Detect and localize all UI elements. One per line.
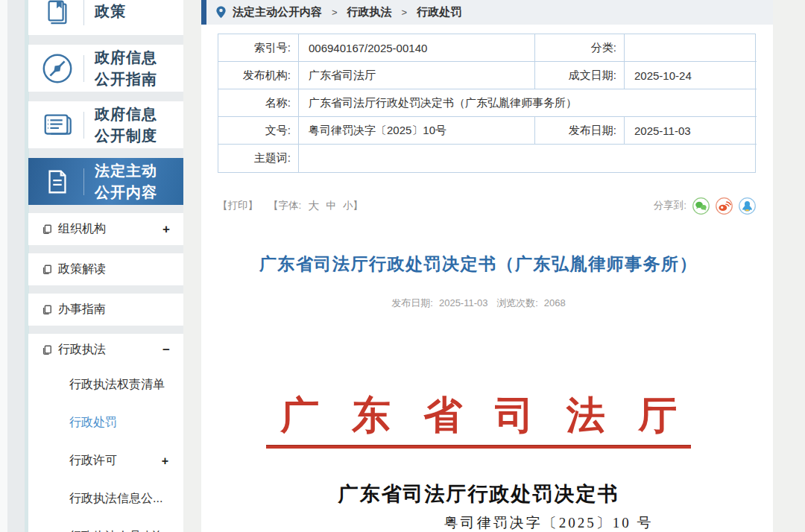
expand-plus-icon[interactable]: + [162,222,170,237]
sidebar-item-label: 法定主动 公开内容 [95,160,157,203]
written-date-label: 成文日期: [535,62,625,89]
sidebar-item-gov-info-guide[interactable]: 政府信息 公开指南 [28,45,183,92]
sidebar-item-label: 政策 [95,1,126,22]
book-bookmark-icon [36,0,79,26]
name-label: 名称: [218,89,299,117]
notebook-icon [36,110,79,141]
divider [83,55,84,82]
views-label: 浏览次数: [496,297,538,308]
weibo-share-icon[interactable] [716,197,733,215]
font-medium-button[interactable]: 中 [326,199,336,212]
sidebar-item-legal-disclosure[interactable]: 法定主动 公开内容 [28,158,183,205]
menu-item-label: 政策解读 [58,262,106,277]
page-left-gutter [0,0,7,532]
location-pin-icon [216,6,226,19]
article-title: 广东省司法厅行政处罚决定书（广东弘胤律师事务所） [201,253,756,276]
sidebar: 政策 政府信息 公开指南 [7,0,183,532]
name-value: 广东省司法厅行政处罚决定书（广东弘胤律师事务所） [299,89,757,117]
sidebar-item-label: 政府信息 公开制度 [95,104,157,147]
sidebar-item-enforcement-info[interactable]: 行政执法信息公... [28,480,183,518]
sidebar-item-admin-penalty[interactable]: 行政处罚 [28,404,183,442]
sidebar-item-personnel-query[interactable]: 行政执法人员查询 [28,518,183,532]
doc-no-label: 文号: [218,117,299,145]
document-letterhead: 广东省司法厅 [201,390,756,442]
font-large-button[interactable]: 大 [308,199,319,213]
sidebar-item-policy-interpretation[interactable]: 政策解读 [28,253,183,285]
breadcrumb-separator: > [332,7,338,18]
sidebar-item-law-enforcement[interactable]: 行政执法 − [28,334,183,366]
category-value [625,34,757,62]
publish-date-value: 2025-11-03 [625,117,757,145]
breadcrumb-item[interactable]: 行政执法 [347,5,392,19]
font-size-controls: 【字体: 大 中 小】 [268,199,363,213]
font-size-prefix: 【字体: [268,199,301,212]
sidebar-group-law-enforcement: 行政执法 − 行政执法权责清单 行政处罚 行政许可 + 行政执法信息公... 行… [28,334,183,532]
category-label: 分类: [535,34,625,62]
index-label: 索引号: [218,34,299,62]
menu-item-label: 组织机构 [58,221,106,237]
compass-icon [36,51,79,86]
agency-value: 广东省司法厅 [299,62,535,89]
font-small-button[interactable]: 小】 [343,199,363,212]
index-value: 006940167/2025-00140 [299,34,535,62]
sidebar-item-gov-info-system[interactable]: 政府信息 公开制度 [28,101,183,148]
divider [83,168,84,195]
letterhead-red-divider [266,445,691,449]
sidebar-item-service-guide[interactable]: 办事指南 [28,294,183,326]
pages-icon [42,304,52,315]
qq-share-icon[interactable] [739,197,756,215]
menu-item-label: 行政执法 [58,342,106,358]
sidebar-item-duty-list[interactable]: 行政执法权责清单 [28,366,183,404]
divider [83,112,84,139]
keywords-label: 主题词: [218,145,299,172]
breadcrumb: 法定主动公开内容 > 行政执法 > 行政处罚 [201,0,773,25]
article-toolbar: 【打印】 【字体: 大 中 小】 分享到: [218,194,756,218]
collapse-minus-icon[interactable]: − [162,343,170,358]
publish-date-label: 发布日期: [535,117,625,145]
pages-icon [42,224,52,235]
views-count: 2068 [544,297,566,308]
expand-plus-icon[interactable]: + [162,455,168,468]
publish-date-label: 发布日期: [391,297,433,308]
sidebar-cards: 政策 政府信息 公开指南 [28,0,183,532]
pages-icon [42,344,52,355]
document-icon [36,168,79,196]
publish-date: 2025-11-03 [439,297,488,308]
document-title: 广东省司法厅行政处罚决定书 [201,481,756,507]
sidebar-item-admin-license[interactable]: 行政许可 + [28,442,183,480]
document-number: 粤司律罚决字〔2025〕10 号 [201,513,756,532]
breadcrumb-item[interactable]: 行政处罚 [417,5,461,19]
breadcrumb-item[interactable]: 法定主动公开内容 [233,5,322,19]
agency-label: 发布机构: [218,62,299,89]
print-button[interactable]: 【打印】 [218,199,258,212]
document-info-table: 索引号: 006940167/2025-00140 分类: 发布机构: 广东省司… [218,34,756,173]
main-content: 法定主动公开内容 > 行政执法 > 行政处罚 索引号: 006940167/20… [201,0,773,532]
sidebar-item-policy[interactable]: 政策 [28,0,183,35]
article-meta: 发布日期:2025-11-03 浏览次数:2068 [201,297,756,310]
divider [83,0,84,25]
wechat-share-icon[interactable] [692,197,710,215]
sidebar-item-label: 政府信息 公开指南 [95,47,157,90]
menu-item-label: 办事指南 [58,302,106,317]
doc-no-value: 粤司律罚决字〔2025〕10号 [299,117,535,145]
breadcrumb-separator: > [402,7,408,18]
pages-icon [42,264,52,275]
share-label: 分享到: [654,199,686,212]
sidebar-item-organization[interactable]: 组织机构 + [28,213,183,245]
written-date-value: 2025-10-24 [625,62,757,89]
keywords-value [299,145,757,172]
